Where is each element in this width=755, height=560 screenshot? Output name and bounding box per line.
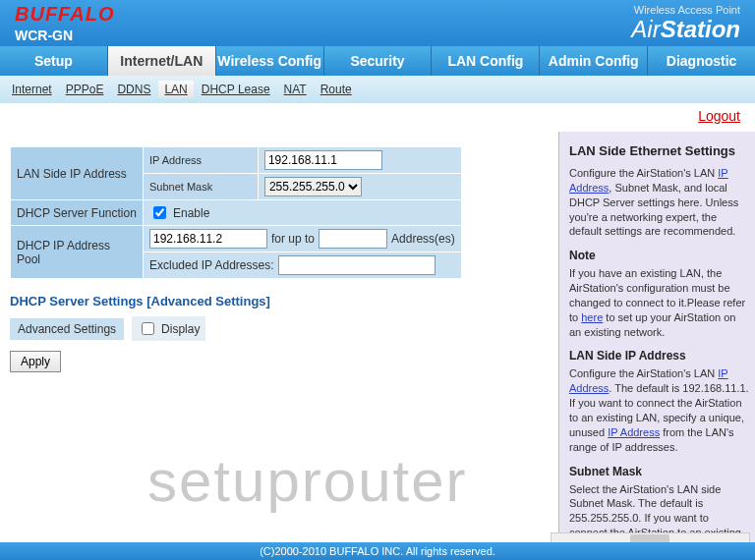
help-note: If you have an existing LAN, the AirStat…: [569, 266, 749, 339]
select-subnet-mask[interactable]: 255.255.255.0: [264, 177, 362, 196]
sub-navbar: Internet PPPoE DDNS LAN DHCP Lease NAT R…: [0, 76, 755, 103]
label-lan-ip: LAN Side IP Address: [11, 147, 144, 200]
help-panel[interactable]: LAN Side Ethernet Settings Configure the…: [558, 132, 755, 560]
input-pool-count[interactable]: [319, 229, 387, 249]
label-addresses: Address(es): [391, 232, 455, 246]
logo: BUFFALO: [15, 3, 631, 26]
tab-admin-config[interactable]: Admin Config: [539, 46, 647, 76]
help-link-here[interactable]: here: [581, 311, 603, 323]
tagline: Wireless Access Point: [631, 4, 740, 16]
input-pool-start[interactable]: [149, 229, 267, 249]
apply-button[interactable]: Apply: [10, 351, 61, 372]
section-title-dhcp-advanced: DHCP Server Settings [Advanced Settings]: [10, 294, 549, 308]
tab-internet-lan[interactable]: Internet/LAN: [107, 46, 215, 76]
input-ip-address[interactable]: [264, 150, 382, 170]
subnav-dhcp-lease[interactable]: DHCP Lease: [196, 81, 276, 98]
label-for-up-to: for up to: [271, 232, 315, 246]
label-subnet-mask: Subnet Mask: [144, 174, 259, 200]
label-ip-address: IP Address: [144, 147, 259, 174]
checkbox-display-advanced[interactable]: [142, 322, 154, 335]
label-advanced-settings: Advanced Settings: [10, 318, 124, 340]
help-p1: Configure the AirStation's LAN IP Addres…: [569, 166, 749, 239]
subnav-nat[interactable]: NAT: [278, 81, 313, 98]
config-table: LAN Side IP Address IP Address Subnet Ma…: [10, 146, 462, 279]
model-name: WCR-GN: [15, 28, 631, 43]
subnav-lan[interactable]: LAN: [158, 81, 193, 98]
label-enable: Enable: [173, 206, 209, 220]
footer: (C)2000-2010 BUFFALO INC. All rights res…: [0, 542, 755, 560]
help-link-ip3[interactable]: IP Address: [608, 426, 660, 438]
tab-diagnostic[interactable]: Diagnostic: [647, 46, 755, 76]
label-excluded-ip: Excluded IP Addresses:: [149, 258, 274, 272]
help-h3: Subnet Mask: [569, 465, 749, 478]
watermark: setuprouter: [147, 447, 468, 515]
input-excluded-ip[interactable]: [278, 255, 436, 275]
subnav-internet[interactable]: Internet: [6, 81, 58, 98]
help-p2: Configure the AirStation's LAN IP Addres…: [569, 366, 749, 454]
header-bar: BUFFALO WCR-GN Wireless Access Point Air…: [0, 0, 755, 46]
label-dhcp-server: DHCP Server Function: [11, 200, 144, 226]
logout-link[interactable]: Logout: [698, 108, 740, 124]
tab-lan-config[interactable]: LAN Config: [431, 46, 539, 76]
help-note-h: Note: [569, 249, 749, 262]
main-tabbar: Setup Internet/LAN Wireless Config Secur…: [0, 46, 755, 76]
subnav-pppoe[interactable]: PPPoE: [60, 81, 110, 98]
brand: AirStation: [631, 16, 740, 43]
subnav-route[interactable]: Route: [315, 81, 358, 98]
tab-wireless-config[interactable]: Wireless Config: [215, 46, 323, 76]
tab-setup[interactable]: Setup: [0, 46, 107, 76]
logout-bar: Logout: [0, 103, 755, 132]
label-display: Display: [161, 322, 200, 336]
help-h1: LAN Side Ethernet Settings: [569, 143, 749, 158]
checkbox-dhcp-enable[interactable]: [153, 206, 166, 219]
subnav-ddns[interactable]: DDNS: [111, 81, 156, 98]
tab-security[interactable]: Security: [323, 46, 432, 76]
help-h2: LAN Side IP Address: [569, 349, 749, 363]
label-dhcp-pool: DHCP IP Address Pool: [11, 226, 144, 279]
